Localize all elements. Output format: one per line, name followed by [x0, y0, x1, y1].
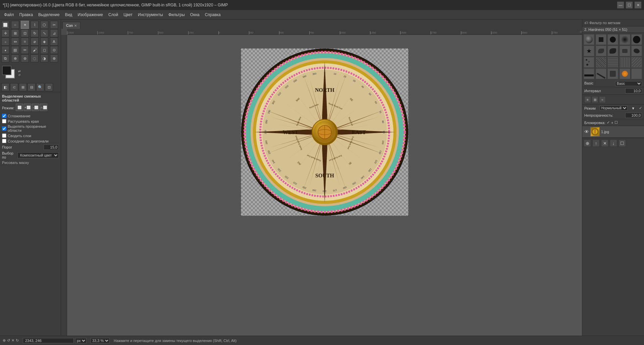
minimize-button[interactable]: — — [617, 2, 624, 8]
tool-eraser[interactable]: ◻ — [40, 46, 48, 54]
tool-channels[interactable]: ⊟ — [28, 83, 36, 91]
tool-3d[interactable]: ◈ — [40, 38, 48, 46]
diagonal-checkbox[interactable]: Соседние по диагонали — [2, 139, 59, 143]
layer-action-duplicate[interactable]: ↑ — [592, 139, 600, 147]
tool-paths[interactable]: ⊂ — [10, 83, 18, 91]
tool-rect-select[interactable]: ⬜ — [1, 21, 9, 29]
menu-item-справка[interactable]: Справка — [202, 11, 223, 18]
brush-cell-8[interactable] — [620, 46, 630, 56]
menu-item-вид[interactable]: Вид — [62, 11, 75, 18]
layer-action-delete[interactable]: ✕ — [601, 139, 608, 147]
feather-checkbox[interactable]: Растушевать края — [2, 119, 59, 123]
tool-shear[interactable]: ⊿ — [50, 29, 58, 37]
tool-scale[interactable]: ⤡ — [40, 29, 48, 37]
tool-smudge[interactable]: ⊗ — [50, 54, 58, 62]
menu-item-инструменты[interactable]: Инструменты — [135, 11, 166, 18]
maximize-button[interactable]: ☐ — [626, 2, 633, 8]
select-transparent-checkbox[interactable]: Выделять прозрачные области — [2, 124, 59, 132]
tool-align[interactable]: ⊞ — [11, 29, 19, 37]
reset-colors-icon[interactable]: ↺ — [18, 73, 21, 77]
tool-fuzzy-select[interactable]: ✦ — [21, 21, 29, 29]
menu-item-слой[interactable]: Слой — [106, 11, 121, 18]
brush-cell-4[interactable] — [631, 34, 642, 45]
tool-select-by-color[interactable]: ⬡ — [40, 21, 48, 29]
select-by-dropdown[interactable]: Композитный цвет — [17, 152, 59, 158]
layer-row-0[interactable]: 👁 1.jpg — [582, 126, 644, 138]
blend-mode-dropdown[interactable]: Нормальный — [600, 106, 628, 111]
brush-cell-9[interactable] — [631, 46, 642, 56]
history-back-icon[interactable]: ⊕ — [3, 338, 6, 343]
brush-cell-2[interactable] — [607, 34, 618, 45]
brush-cell-18[interactable] — [620, 68, 630, 79]
tool-zoom[interactable]: 🔍 — [36, 83, 44, 91]
tool-dodge[interactable]: ◑ — [40, 54, 48, 62]
tool-pencil[interactable]: ✏ — [21, 46, 29, 54]
tool-crop[interactable]: ⊡ — [21, 29, 29, 37]
interval-input[interactable] — [625, 88, 642, 94]
tool-warp[interactable]: ⌀ — [31, 38, 39, 46]
tool-heal[interactable]: ⊕ — [11, 54, 19, 62]
brush-cell-3[interactable] — [620, 34, 630, 45]
brush-cell-19[interactable] — [631, 68, 642, 79]
background-color-preview[interactable] — [2, 66, 11, 75]
tool-zoom-fit[interactable]: ⊡ — [45, 83, 53, 91]
tool-new-layer[interactable]: ⊞ — [19, 83, 27, 91]
mode-subtract[interactable]: -⬜ — [32, 104, 39, 111]
canvas-area[interactable]: NORTH SOUTH WEST EAST NW NE SW SE 0 — [67, 35, 582, 336]
history-undo-icon[interactable]: ↺ — [7, 338, 10, 343]
tool-airbrush[interactable]: ⊙ — [50, 46, 58, 54]
zoom-dropdown[interactable]: 33,3 % — [91, 338, 110, 343]
mode-add[interactable]: +⬜ — [24, 104, 31, 111]
smoothing-checkbox[interactable]: Сглаживание — [2, 114, 59, 118]
tool-clone[interactable]: ⧉ — [1, 54, 9, 62]
brush-cell-1[interactable] — [596, 34, 606, 45]
brush-cell-10[interactable] — [584, 57, 594, 68]
draw-mask-button[interactable]: Рисовать маску — [2, 161, 59, 165]
layer-visibility-toggle[interactable]: 👁 — [584, 129, 589, 134]
history-redo-icon[interactable]: ↻ — [16, 338, 19, 343]
lock-square-icon[interactable]: ☐ — [614, 120, 618, 125]
tool-paintbrush[interactable]: 🖌 — [31, 46, 39, 54]
brush-tool-2[interactable]: ⊞ — [592, 96, 598, 103]
layer-action-chain[interactable]: ☐ — [619, 139, 626, 147]
tool-lasso[interactable]: ⌇ — [31, 21, 39, 29]
layer-action-anchor[interactable]: ↓ — [610, 139, 617, 147]
tool-flip[interactable]: ⇔ — [11, 38, 19, 46]
threshold-input[interactable] — [44, 145, 59, 150]
brush-cell-11[interactable] — [596, 57, 606, 68]
lock-plus-icon[interactable]: + — [611, 121, 613, 125]
mode-replace[interactable]: ⬜ — [16, 104, 23, 111]
tool-scissors[interactable]: ✂ — [50, 21, 58, 29]
brush-basic-dropdown[interactable]: Basic — [615, 81, 642, 86]
coordinate-display[interactable] — [23, 338, 74, 343]
lock-check-icon[interactable]: ✓ — [607, 120, 610, 125]
tool-perspective-clone[interactable]: ⊚ — [21, 54, 29, 62]
tool-cage[interactable]: ⌗ — [21, 38, 29, 46]
merge-layers-checkbox[interactable]: Сводить слои — [2, 133, 59, 138]
tool-blur[interactable]: ◌ — [31, 54, 39, 62]
close-button[interactable]: ✕ — [635, 2, 641, 8]
canvas-tab[interactable]: Con ✕ — [62, 22, 80, 29]
layer-action-new[interactable]: ⊕ — [584, 139, 591, 147]
brush-cell-13[interactable] — [620, 57, 630, 68]
brush-cell-7[interactable] — [607, 46, 618, 56]
tool-move[interactable]: ✛ — [1, 29, 9, 37]
tool-gradient[interactable]: ▤ — [11, 46, 19, 54]
tool-quick-mask[interactable]: ◧ — [1, 83, 9, 91]
menu-item-файл[interactable]: Файл — [1, 11, 17, 18]
tool-perspective[interactable]: ⬦ — [1, 38, 9, 46]
brush-tool-1[interactable]: ≡ — [584, 96, 591, 103]
brush-tool-3[interactable]: ≈ — [599, 96, 606, 103]
tool-bucket-fill[interactable]: ⬧ — [1, 46, 9, 54]
unit-dropdown[interactable]: рх — [75, 338, 87, 343]
tool-ellipse-select[interactable]: ○ — [11, 21, 19, 29]
brush-cell-12[interactable] — [607, 57, 618, 68]
menu-item-изображение[interactable]: Изображение — [75, 11, 106, 18]
menu-item-цвет[interactable]: Цвет — [121, 11, 135, 18]
brush-cell-16[interactable] — [596, 68, 606, 79]
tab-close-icon[interactable]: ✕ — [74, 24, 77, 27]
brush-cell-0[interactable] — [584, 34, 594, 45]
menu-item-правка[interactable]: Правка — [17, 11, 36, 18]
brush-cell-6[interactable] — [596, 46, 606, 56]
brush-cell-17[interactable] — [607, 68, 618, 79]
